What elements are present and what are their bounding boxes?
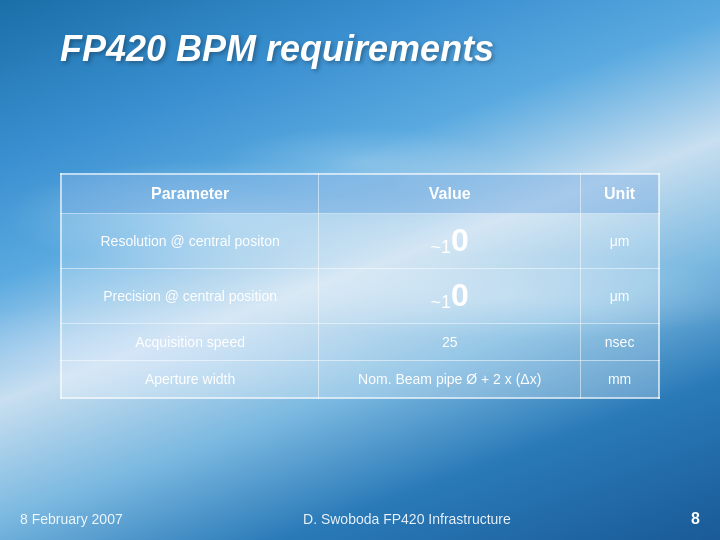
- footer-page: 8: [691, 510, 700, 528]
- col-header-parameter: Parameter: [61, 174, 319, 214]
- value-approx-1: ~1: [431, 237, 452, 257]
- value-resolution: ~10: [319, 214, 581, 269]
- slide: FP420 BPM requirements Parameter Value U…: [0, 0, 720, 540]
- unit-aperture: mm: [581, 360, 659, 398]
- value-approx-2: ~1: [431, 292, 452, 312]
- slide-title: FP420 BPM requirements: [60, 28, 660, 70]
- param-acquisition: Acquisition speed: [61, 323, 319, 360]
- col-header-unit: Unit: [581, 174, 659, 214]
- table-row: Acquisition speed 25 nsec: [61, 323, 659, 360]
- col-header-value: Value: [319, 174, 581, 214]
- param-aperture: Aperture width: [61, 360, 319, 398]
- unit-resolution: μm: [581, 214, 659, 269]
- value-precision: ~10: [319, 269, 581, 324]
- value-acquisition: 25: [319, 323, 581, 360]
- value-aperture: Nom. Beam pipe Ø + 2 x (Δx): [319, 360, 581, 398]
- value-large-2: 0: [451, 277, 469, 313]
- table-header-row: Parameter Value Unit: [61, 174, 659, 214]
- footer-date: 8 February 2007: [20, 511, 123, 527]
- footer-center: D. Swoboda FP420 Infrastructure: [303, 511, 511, 527]
- table-row: Precision @ central position ~10 μm: [61, 269, 659, 324]
- param-resolution: Resolution @ central positon: [61, 214, 319, 269]
- footer: 8 February 2007 D. Swoboda FP420 Infrast…: [0, 502, 720, 540]
- unit-acquisition: nsec: [581, 323, 659, 360]
- table-row: Aperture width Nom. Beam pipe Ø + 2 x (Δ…: [61, 360, 659, 398]
- unit-precision: μm: [581, 269, 659, 324]
- table-area: Parameter Value Unit Resolution @ centra…: [0, 80, 720, 502]
- value-large-1: 0: [451, 222, 469, 258]
- param-precision: Precision @ central position: [61, 269, 319, 324]
- requirements-table: Parameter Value Unit Resolution @ centra…: [60, 173, 660, 399]
- title-area: FP420 BPM requirements: [0, 0, 720, 80]
- table-row: Resolution @ central positon ~10 μm: [61, 214, 659, 269]
